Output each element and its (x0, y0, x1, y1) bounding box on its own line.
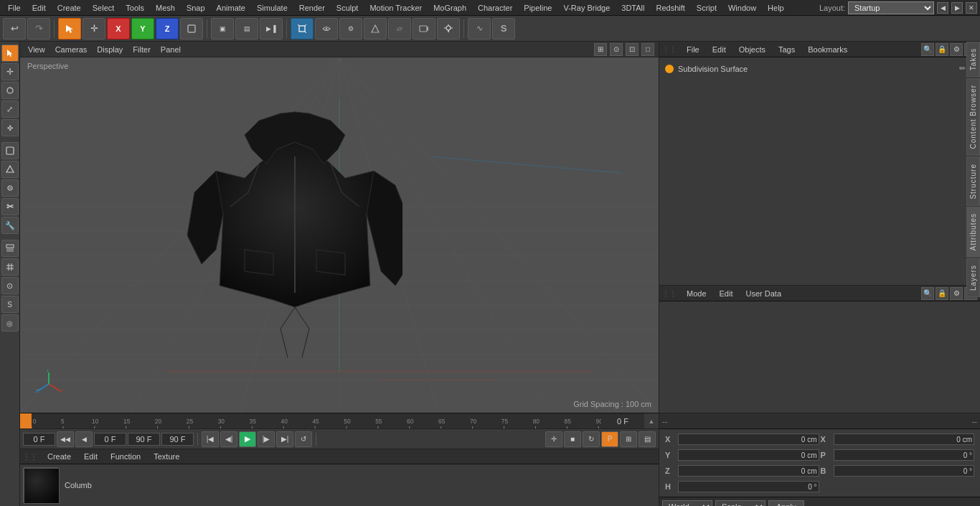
step-back-button[interactable]: ◀| (220, 431, 237, 447)
deformer-button[interactable] (364, 18, 387, 39)
obj-lock-icon[interactable]: 🔒 (936, 43, 948, 56)
viewport-3d[interactable]: Perspective Grid Spacing : 100 cm X Y Z (20, 57, 659, 413)
menu-script[interactable]: Script (692, 2, 722, 14)
layout-prev-icon[interactable]: ◀ (937, 2, 948, 14)
prev-frame-button[interactable]: ◀◀ (57, 431, 74, 447)
layout-dropdown[interactable]: Startup (848, 1, 934, 14)
viewport-icon-1[interactable]: ⊞ (594, 43, 607, 56)
menu-character[interactable]: Character (473, 2, 517, 14)
menu-window[interactable]: Window (723, 2, 761, 14)
menu-redshift[interactable]: Redshift (651, 2, 689, 14)
go-to-end-button[interactable]: ▶| (276, 431, 293, 447)
tool-snapping[interactable]: S (1, 296, 19, 313)
viewport-menu-filter[interactable]: Filter (129, 44, 154, 55)
s-button[interactable]: S (492, 18, 515, 39)
end-frame-input[interactable] (128, 433, 160, 446)
menu-snap[interactable]: Snap (182, 2, 210, 14)
keyframe-rotate-button[interactable]: ↻ (583, 431, 600, 447)
scale-h-input[interactable] (678, 481, 819, 492)
tool-edge[interactable] (1, 161, 19, 178)
tool-polygon[interactable] (1, 142, 19, 159)
scale-dropdown[interactable]: Scale (715, 500, 765, 507)
redo-button[interactable]: ↷ (27, 18, 50, 39)
menu-pipeline[interactable]: Pipeline (519, 2, 557, 14)
attr-lock-icon[interactable]: 🔒 (936, 287, 948, 300)
loop-button[interactable]: ↺ (295, 431, 312, 447)
transform-x-button[interactable]: X (107, 18, 130, 39)
timeline-expand-btn[interactable]: ▲ (644, 413, 659, 429)
prev-frame-step-button[interactable]: ◀ (75, 431, 93, 447)
tab-content-browser[interactable]: Content Browser (966, 78, 980, 155)
rot-p-input[interactable] (834, 449, 975, 461)
tab-structure[interactable]: Structure (966, 157, 980, 206)
viewport-icon-3[interactable]: ⊡ (626, 43, 639, 56)
landscape-button[interactable]: ▱ (388, 18, 411, 39)
viewport-menu-view[interactable]: View (24, 44, 49, 55)
go-to-start-button[interactable]: |◀ (202, 431, 219, 447)
obj-settings-icon[interactable]: ⚙ (950, 43, 963, 56)
tool-point[interactable] (1, 179, 19, 197)
keyframe-move-button[interactable]: ✛ (545, 431, 562, 447)
max-frame-input[interactable] (161, 433, 194, 446)
tool-rotate[interactable] (1, 82, 19, 99)
obj-menu-tags[interactable]: Tags (774, 44, 799, 55)
material-menu-edit[interactable]: Edit (80, 451, 102, 462)
menu-tools[interactable]: Tools (121, 2, 149, 14)
obj-menu-bookmarks[interactable]: Bookmarks (804, 44, 852, 55)
tool-move[interactable]: ✛ (1, 63, 19, 80)
viewport-menu-cameras[interactable]: Cameras (52, 44, 91, 55)
material-menu-function[interactable]: Function (106, 451, 145, 462)
curve-button[interactable] (315, 18, 338, 39)
attr-search-icon[interactable]: 🔍 (921, 287, 934, 300)
tool-scale[interactable]: ⤢ (1, 100, 19, 118)
move-tool-button[interactable]: ✛ (83, 18, 105, 39)
cube-button[interactable] (291, 18, 314, 39)
tab-takes[interactable]: Takes (966, 42, 980, 77)
apply-button[interactable]: Apply (768, 500, 804, 507)
rot-b-input[interactable] (834, 465, 975, 477)
render-picture-viewer-button[interactable]: ▤ (235, 18, 258, 39)
menu-render[interactable]: Render (294, 2, 330, 14)
menu-file[interactable]: File (3, 2, 26, 14)
timeline[interactable]: 0 5 10 15 20 25 30 35 (20, 413, 659, 428)
menu-3dtall[interactable]: 3DTAll (616, 2, 649, 14)
camera-button[interactable] (413, 18, 435, 39)
render-active-button[interactable]: ▶▐ (260, 18, 283, 39)
menu-select[interactable]: Select (88, 2, 120, 14)
start-frame-input[interactable] (23, 433, 55, 446)
pos-x-input[interactable] (678, 434, 819, 445)
transform-z-button[interactable]: Z (156, 18, 179, 39)
layout-next-icon[interactable]: ▶ (951, 2, 963, 14)
menu-animate[interactable]: Animate (212, 2, 250, 14)
viewport-menu-display[interactable]: Display (93, 44, 126, 55)
viewport-icon-4[interactable]: □ (641, 43, 654, 56)
tool-transform-combined[interactable]: ✜ (1, 119, 19, 136)
render-preview-button[interactable]: ▤ (639, 431, 656, 447)
layout-close-icon[interactable]: ✕ (966, 2, 977, 14)
menu-edit[interactable]: Edit (27, 2, 51, 14)
tool-floor[interactable] (1, 240, 19, 257)
step-forward-button[interactable]: |▶ (258, 431, 275, 447)
tool-select[interactable] (1, 44, 19, 62)
spline-button[interactable]: ∿ (468, 18, 491, 39)
menu-sculpt[interactable]: Sculpt (331, 2, 364, 14)
undo-button[interactable]: ↩ (3, 18, 26, 39)
menu-motion-tracker[interactable]: Motion Tracker (364, 2, 427, 14)
pos-y-input[interactable] (678, 449, 819, 461)
menu-simulate[interactable]: Simulate (252, 2, 293, 14)
tool-soft-select[interactable]: ◎ (1, 314, 19, 332)
tab-layers[interactable]: Layers (966, 258, 980, 297)
menu-help[interactable]: Help (763, 2, 789, 14)
keyframe-grid-button[interactable]: ⊞ (620, 431, 637, 447)
size-x-input[interactable] (834, 434, 975, 445)
obj-menu-objects[interactable]: Objects (735, 44, 770, 55)
keyframe-square-button[interactable]: ■ (564, 431, 581, 447)
menu-mesh[interactable]: Mesh (151, 2, 180, 14)
attr-settings-icon[interactable]: ⚙ (950, 287, 963, 300)
viewport-icon-2[interactable]: ⊙ (610, 43, 623, 56)
tool-knife[interactable]: ✂ (1, 198, 19, 215)
light-button[interactable] (437, 18, 460, 39)
material-menu-texture[interactable]: Texture (149, 451, 184, 462)
material-swatch[interactable] (23, 467, 59, 503)
select-tool-button[interactable] (58, 18, 81, 39)
